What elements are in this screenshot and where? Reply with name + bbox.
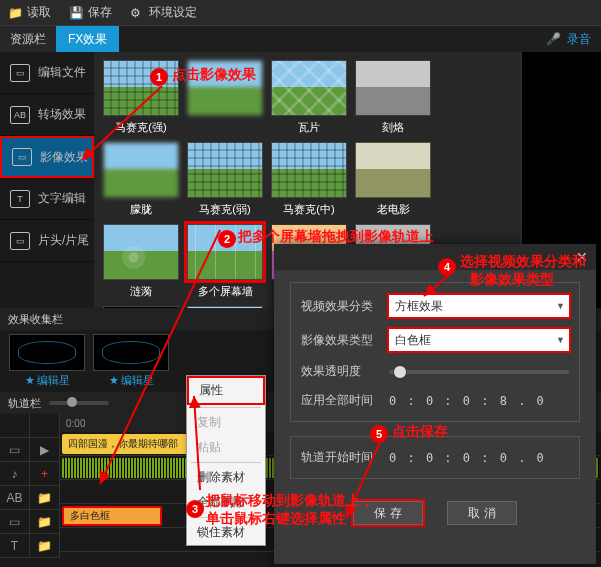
effect-item[interactable]: 马赛克(弱) [186, 142, 264, 218]
ctx-copy[interactable]: 复制 [187, 410, 265, 435]
sidebar-label: 文字编辑 [38, 190, 86, 207]
effect-item[interactable]: 老电影 [354, 142, 432, 218]
effect-item[interactable]: 淡出Black [102, 306, 180, 308]
star-icon: ★ [109, 374, 119, 386]
type-combo[interactable]: 白色框 [389, 329, 569, 351]
sidebar-item-transition[interactable]: AB转场效果 [0, 94, 94, 136]
effect-thumb [355, 60, 431, 116]
gear-icon: ⚙ [130, 6, 144, 20]
time-value: 0 : 0 : 0 : 8 . 0 [389, 394, 546, 408]
effect-properties-dialog: ✕ 视频效果分类方框效果 影像效果类型白色框 效果透明度 应用全部时间0 : 0… [274, 244, 596, 564]
context-menu: 属性 复制 粘贴 删除素材 全部删除 锁住素材 [186, 375, 266, 546]
star-icon: ★ [25, 374, 35, 386]
video-track-icon[interactable]: ▭ [0, 438, 30, 462]
close-icon[interactable]: ✕ [576, 249, 588, 265]
tab-bar: 资源栏 FX效果 🎤录音 [0, 26, 601, 52]
opacity-label: 效果透明度 [301, 363, 381, 380]
effect-item[interactable]: 马赛克(强) [102, 60, 180, 136]
effect-thumb [355, 142, 431, 198]
track-ctrl[interactable] [30, 414, 60, 438]
sidebar-item-video-fx[interactable]: ▭影像效果 [0, 136, 94, 178]
effect-item[interactable]: 朦胧 [102, 142, 180, 218]
ctx-paste[interactable]: 粘贴 [187, 435, 265, 460]
effect-thumb [103, 142, 179, 198]
menu-settings[interactable]: ⚙环境设定 [130, 4, 197, 21]
category-label: 视频效果分类 [301, 298, 381, 315]
anno-badge-5: 5 [370, 425, 388, 443]
sidebar-label: 转场效果 [38, 106, 86, 123]
opacity-slider[interactable] [389, 370, 569, 374]
menu-read[interactable]: 📁读取 [8, 4, 51, 21]
sidebar: ▭编辑文件 AB转场效果 ▭影像效果 T文字编辑 ▭片头/片尾 [0, 52, 94, 308]
save-icon: 💾 [69, 6, 83, 20]
film-icon: ▭ [10, 64, 30, 82]
effect-thumb [187, 142, 263, 198]
add-icon[interactable]: + [30, 462, 60, 486]
sidebar-item-intro[interactable]: ▭片头/片尾 [0, 220, 94, 262]
start-value: 0 : 0 : 0 : 0 . 0 [389, 451, 546, 465]
fx-icon: ▭ [12, 148, 32, 166]
collection-item[interactable]: ★编辑星 [92, 334, 170, 388]
anno-badge-2: 2 [218, 230, 236, 248]
anno-badge-3: 3 [186, 500, 204, 518]
effect-thumb [271, 142, 347, 198]
sidebar-label: 编辑文件 [38, 64, 86, 81]
ctx-properties[interactable]: 属性 [187, 376, 265, 405]
ab-track-icon[interactable]: AB [0, 486, 30, 510]
tab-record[interactable]: 🎤录音 [546, 31, 601, 48]
menu-save[interactable]: 💾保存 [69, 4, 112, 21]
effect-item[interactable] [186, 60, 264, 136]
fx-track-icon[interactable]: ▭ [0, 510, 30, 534]
fulltime-label: 应用全部时间 [301, 392, 381, 409]
effect-item[interactable]: 瓦片 [270, 60, 348, 136]
effect-item[interactable]: 马赛克(中) [270, 142, 348, 218]
effect-thumb [187, 306, 263, 308]
play-icon[interactable]: ▶ [30, 438, 60, 462]
track-ctrl[interactable] [0, 414, 30, 438]
folder-icon[interactable]: 📁 [30, 486, 60, 510]
effect-thumb [187, 60, 263, 116]
sidebar-label: 片头/片尾 [38, 232, 89, 249]
sidebar-label: 影像效果 [40, 149, 88, 166]
menu-bar: 📁读取 💾保存 ⚙环境设定 [0, 0, 601, 26]
collection-thumb [9, 334, 85, 371]
ctx-delete[interactable]: 删除素材 [187, 465, 265, 490]
collection-item[interactable]: ★编辑星 [8, 334, 86, 388]
category-combo[interactable]: 方框效果 [389, 295, 569, 317]
text-icon: T [10, 190, 30, 208]
clap-icon: ▭ [10, 232, 30, 250]
ctx-lock[interactable]: 锁住素材 [187, 520, 265, 545]
effect-thumb [103, 60, 179, 116]
ab-icon: AB [10, 106, 30, 124]
fx-clip[interactable]: 多白色框 [62, 506, 162, 526]
track-header-label: 轨道栏 [8, 396, 41, 411]
tab-resource[interactable]: 资源栏 [0, 26, 56, 52]
anno-badge-4: 4 [438, 258, 456, 276]
effect-item[interactable]: 涟漪 [102, 224, 180, 300]
folder-icon[interactable]: 📁 [30, 510, 60, 534]
effect-thumb [103, 306, 179, 308]
folder-icon[interactable]: 📁 [30, 534, 60, 558]
effect-item[interactable]: 油画 [186, 306, 264, 308]
start-label: 轨道开始时间 [301, 449, 381, 466]
sidebar-item-text[interactable]: T文字编辑 [0, 178, 94, 220]
anno-badge-1: 1 [150, 68, 168, 86]
zoom-slider[interactable] [49, 401, 109, 405]
folder-icon: 📁 [8, 6, 22, 20]
sidebar-item-edit[interactable]: ▭编辑文件 [0, 52, 94, 94]
mic-icon: 🎤 [546, 32, 561, 46]
collection-thumb [93, 334, 169, 371]
text-track-icon[interactable]: T [0, 534, 30, 558]
tab-fx[interactable]: FX效果 [56, 26, 119, 52]
effect-item[interactable]: 刻烙 [354, 60, 432, 136]
save-button[interactable]: 保 存 [353, 501, 423, 525]
audio-track-icon[interactable]: ♪ [0, 462, 30, 486]
effect-thumb [271, 60, 347, 116]
type-label: 影像效果类型 [301, 332, 381, 349]
effect-thumb [103, 224, 179, 280]
cancel-button[interactable]: 取 消 [447, 501, 517, 525]
